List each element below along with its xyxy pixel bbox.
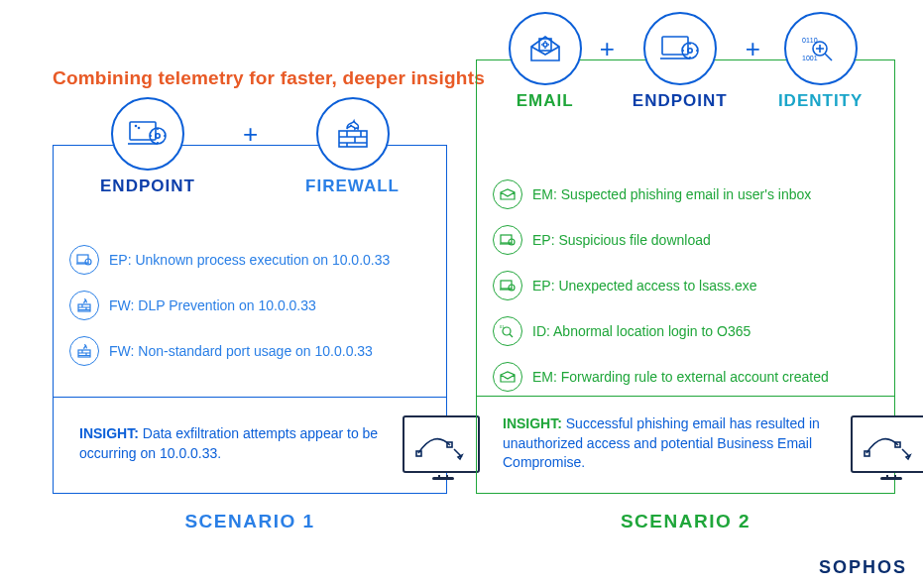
event-text: EP: Unknown process execution on 10.0.0.…	[109, 252, 390, 268]
insight-text: INSIGHT: Successful phishing email has r…	[503, 414, 833, 473]
monitor-icon	[403, 415, 480, 473]
page-title: Combining telemetry for faster, deeper i…	[53, 67, 485, 89]
brand-logo: SOPHOS	[819, 557, 907, 578]
plus-icon: +	[243, 119, 258, 150]
event-row: EP: Unknown process execution on 10.0.0.…	[69, 245, 430, 275]
scenario-1-panel: ENDPOINT + FIREWALL EP: Unknown process …	[53, 145, 447, 494]
svg-point-16	[688, 49, 692, 53]
scenario-1-events: EP: Unknown process execution on 10.0.0.…	[69, 245, 430, 366]
event-row: FW: Non-standard port usage on 10.0.0.33	[69, 336, 430, 366]
event-text: FW: Non-standard port usage on 10.0.0.33	[109, 343, 373, 359]
insight-tag: INSIGHT:	[79, 425, 139, 441]
event-row: 01 ID: Abnormal location login to O365	[493, 316, 878, 346]
event-row: EM: Suspected phishing email in user's i…	[493, 179, 878, 209]
identity-chip-icon: 01	[493, 316, 522, 346]
firewall-source: FIREWALL	[305, 97, 400, 196]
endpoint-chip-icon	[493, 225, 522, 255]
email-source: EMAIL	[509, 12, 582, 111]
svg-point-2	[156, 134, 160, 138]
identity-icon: 0110 1001	[784, 12, 858, 85]
svg-point-3	[135, 126, 136, 127]
email-label: EMAIL	[517, 91, 574, 111]
insight-text: INSIGHT: Data exfiltration attempts appe…	[79, 424, 385, 463]
plus-icon: +	[600, 34, 615, 64]
firewall-chip-icon	[69, 291, 99, 320]
event-row: FW: DLP Prevention on 10.0.0.33	[69, 291, 430, 320]
endpoint-chip-icon	[69, 245, 99, 275]
scenario-2-panel: EMAIL + ENDPOINT + 0110 1001	[476, 59, 895, 494]
endpoint-source: ENDPOINT	[633, 12, 728, 111]
email-icon	[509, 12, 582, 85]
svg-point-15	[682, 43, 698, 59]
svg-rect-5	[339, 131, 367, 147]
svg-rect-26	[865, 451, 869, 456]
endpoint-icon	[643, 12, 717, 85]
insight-tag: INSIGHT:	[503, 415, 562, 431]
scenario-1-label: SCENARIO 1	[54, 511, 446, 532]
scenario-2-label: SCENARIO 2	[477, 511, 894, 532]
event-text: ID: Abnormal location login to O365	[532, 323, 750, 339]
svg-point-13	[543, 43, 547, 47]
firewall-label: FIREWALL	[305, 176, 400, 196]
event-row: EM: Forwarding rule to external account …	[493, 362, 878, 392]
svg-text:1001: 1001	[802, 55, 818, 61]
event-text: EM: Forwarding rule to external account …	[532, 369, 829, 385]
endpoint-chip-icon	[493, 271, 522, 300]
scenario-2-sources: EMAIL + ENDPOINT + 0110 1001	[477, 12, 894, 111]
event-row: EP: Unexpected access to lsass.exe	[493, 271, 878, 300]
endpoint-icon	[111, 97, 184, 171]
endpoint-label: ENDPOINT	[100, 176, 195, 196]
event-text: EP: Suspicious file download	[532, 232, 711, 248]
event-text: EM: Suspected phishing email in user's i…	[532, 186, 811, 202]
scenario-1-sources: ENDPOINT + FIREWALL	[54, 97, 446, 196]
endpoint-source: ENDPOINT	[100, 97, 195, 196]
identity-label: IDENTITY	[778, 91, 863, 111]
event-text: EP: Unexpected access to lsass.exe	[532, 278, 756, 294]
svg-rect-10	[416, 451, 421, 456]
email-chip-icon	[493, 362, 522, 392]
svg-text:01: 01	[500, 324, 505, 329]
event-row: EP: Suspicious file download	[493, 225, 878, 255]
svg-point-1	[150, 128, 166, 144]
scenario-1-insight: INSIGHT: Data exfiltration attempts appe…	[54, 397, 446, 493]
identity-source: 0110 1001 IDENTITY	[778, 12, 863, 111]
scenario-2-events: EM: Suspected phishing email in user's i…	[493, 179, 878, 392]
svg-point-4	[138, 128, 139, 129]
email-chip-icon	[493, 179, 522, 209]
plus-icon: +	[746, 34, 760, 64]
endpoint-label: ENDPOINT	[633, 91, 728, 111]
scenario-2-insight: INSIGHT: Successful phishing email has r…	[477, 396, 894, 493]
monitor-icon	[851, 415, 923, 473]
event-text: FW: DLP Prevention on 10.0.0.33	[109, 297, 316, 313]
firewall-chip-icon	[69, 336, 99, 366]
firewall-icon	[316, 97, 390, 171]
